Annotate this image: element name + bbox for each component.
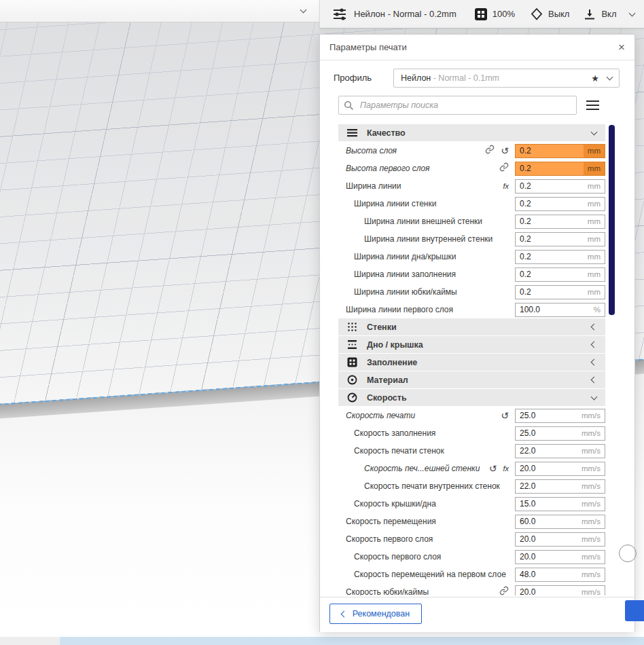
profile-label: Профиль [334, 73, 372, 83]
print-settings-toolbar[interactable]: Нейлон - Normal - 0.2mm 100% Выкл Вкл [319, 0, 644, 29]
setting-row[interactable]: Скорость крышки/дна 15.0mm/s [338, 495, 605, 513]
chevron-down-icon[interactable] [300, 7, 307, 14]
setting-row[interactable]: Скорость печати внутренних стенок 22.0mm… [338, 477, 605, 495]
setting-row[interactable]: Ширина линии юбки/каймы 0.2mm [338, 283, 605, 301]
setting-value-field[interactable]: 25.0mm/s [515, 409, 605, 423]
setting-label: Скорость перемещений на первом слое [338, 570, 506, 579]
setting-value: 0.2 [516, 270, 531, 279]
setting-label: Ширина линии внутренней стенки [338, 234, 493, 244]
setting-value-field[interactable]: 0.2mm [515, 179, 605, 194]
setting-value-field[interactable]: 48.0mm/s [515, 568, 605, 582]
setting-row[interactable]: Ширина линии стенки 0.2mm [338, 195, 605, 213]
chevron-down-icon [591, 128, 598, 135]
recommended-mode-button[interactable]: Рекомендован [329, 604, 422, 624]
toolbar-profile-summary[interactable]: Нейлон - Normal - 0.2mm [354, 9, 457, 19]
setting-value-field[interactable]: 0.2mm [515, 268, 605, 282]
star-icon[interactable]: ★ [591, 73, 607, 84]
setting-row[interactable]: Скорость первого слоя 20.0mm/s [338, 548, 605, 566]
setting-row[interactable]: Ширина линии внешней стенки 0.2mm [338, 213, 605, 230]
toolbar-expand-chevron-icon[interactable] [629, 10, 636, 16]
toolbar-adhesion-value[interactable]: Вкл [601, 9, 616, 19]
category-infill[interactable]: Заполнение [338, 354, 605, 371]
setting-label: Ширина линии заполнения [338, 270, 456, 279]
setting-label: Ширина линии дна/крышки [338, 252, 457, 261]
setting-value-field[interactable]: 0.2mm [515, 162, 605, 176]
setting-value-field[interactable]: 0.2mm [515, 215, 605, 229]
setting-value-field[interactable]: 0.2mm [515, 250, 605, 264]
setting-label: Ширина линии юбки/каймы [338, 287, 457, 297]
category-material[interactable]: Материал [338, 371, 605, 388]
setting-unit: mm [584, 162, 605, 175]
revert-icon[interactable]: ↺ [501, 146, 509, 155]
setting-value-field[interactable]: 25.0mm/s [515, 426, 605, 441]
setting-label: Скорость печати [338, 411, 415, 420]
revert-icon[interactable]: ↺ [489, 464, 497, 473]
chevron-left-icon [340, 610, 347, 617]
setting-unit: mm [584, 145, 605, 158]
setting-value-field[interactable]: 0.2mm [515, 144, 605, 158]
setting-row[interactable]: Скорость юбки/каймы 20.0mm/s [338, 583, 605, 595]
category-speed[interactable]: Скорость [338, 389, 605, 406]
setting-value-field[interactable]: 0.2mm [515, 285, 605, 299]
toolbar-infill-value[interactable]: 100% [493, 9, 515, 19]
setting-value: 20.0 [516, 552, 535, 561]
category-walls[interactable]: Стенки [338, 318, 605, 335]
setting-value: 22.0 [516, 446, 535, 456]
setting-row[interactable]: Высота слоя ↺ 0.2mm [338, 142, 605, 160]
revert-icon[interactable]: ↺ [501, 411, 509, 420]
setting-value-field[interactable]: 15.0mm/s [515, 497, 605, 511]
setting-unit: mm/s [577, 447, 605, 455]
setting-row[interactable]: Скорость перемещения 60.0mm/s [338, 513, 605, 530]
setting-row[interactable]: Ширина линии дна/крышки 0.2mm [338, 248, 605, 265]
setting-row[interactable]: Ширина линии внутренней стенки 0.2mm [338, 230, 605, 248]
setting-label: Скорость заполнения [338, 428, 435, 438]
setting-label: Ширина линии первого слоя [338, 305, 453, 314]
setting-row[interactable]: Ширина линии fx 0.2mm [338, 177, 605, 195]
setting-row[interactable]: Высота первого слоя 0.2mm [338, 160, 605, 177]
setting-value-field[interactable]: 22.0mm/s [515, 444, 605, 458]
setting-value-field[interactable]: 60.0mm/s [515, 515, 605, 529]
profile-dropdown[interactable]: Нейлон - Normal - 0.1mm ★ [393, 69, 620, 88]
setting-row[interactable]: Скорость печ...ешней стенки ↺fx 20.0mm/s [338, 460, 605, 477]
setting-value-field[interactable]: 20.0mm/s [515, 532, 605, 547]
setting-value-field[interactable]: 20.0mm/s [515, 462, 605, 476]
setting-value-field[interactable]: 100.0% [515, 303, 605, 317]
setting-value-field[interactable]: 20.0mm/s [515, 585, 605, 596]
setting-row[interactable]: Скорость печати ↺ 25.0mm/s [338, 407, 605, 424]
setting-value: 0.2 [516, 287, 531, 297]
setting-row[interactable]: Ширина линии первого слоя 100.0% [338, 301, 605, 318]
profile-chevron-icon [607, 74, 613, 81]
link-icon [485, 145, 495, 157]
setting-row[interactable]: Скорость заполнения 25.0mm/s [338, 424, 605, 442]
setting-row[interactable]: Скорость перемещений на первом слое 48.0… [338, 566, 605, 583]
settings-menu-icon[interactable] [586, 100, 599, 110]
category-top-bottom[interactable]: Дно / крышка [338, 336, 605, 353]
setting-unit: mm [584, 182, 605, 190]
setting-unit: mm/s [577, 411, 605, 420]
search-input[interactable] [338, 96, 577, 115]
setting-row[interactable]: Скорость печати стенок 22.0mm/s [338, 442, 605, 460]
setting-label: Скорость первого слоя [338, 552, 441, 561]
setting-unit: mm [584, 235, 605, 243]
setting-row[interactable]: Скорость первого слоя 20.0mm/s [338, 530, 605, 548]
setting-value-field[interactable]: 22.0mm/s [515, 479, 605, 494]
setting-value-field[interactable]: 0.2mm [515, 197, 605, 211]
action-button-partial[interactable] [625, 600, 644, 621]
scrollbar-thumb[interactable] [609, 125, 615, 315]
setting-value: 15.0 [516, 499, 535, 509]
settings-sliders-icon[interactable] [332, 7, 347, 22]
setting-value-field[interactable]: 0.2mm [515, 232, 605, 246]
setting-value: 20.0 [516, 534, 535, 544]
category-quality[interactable]: Качество [338, 124, 605, 141]
toolbar-support-value[interactable]: Выкл [548, 9, 569, 19]
category-label: Дно / крышка [367, 340, 423, 350]
setting-value: 25.0 [516, 428, 535, 438]
walls-icon [347, 322, 357, 332]
setting-label: Скорость первого слоя [338, 534, 433, 544]
setting-value: 20.0 [516, 464, 535, 473]
close-icon[interactable]: × [618, 41, 625, 53]
setting-value-field[interactable]: 20.0mm/s [515, 550, 605, 564]
setting-row[interactable]: Ширина линии заполнения 0.2mm [338, 265, 605, 283]
chevron-left-icon [591, 324, 598, 331]
setting-value: 100.0 [516, 305, 540, 314]
